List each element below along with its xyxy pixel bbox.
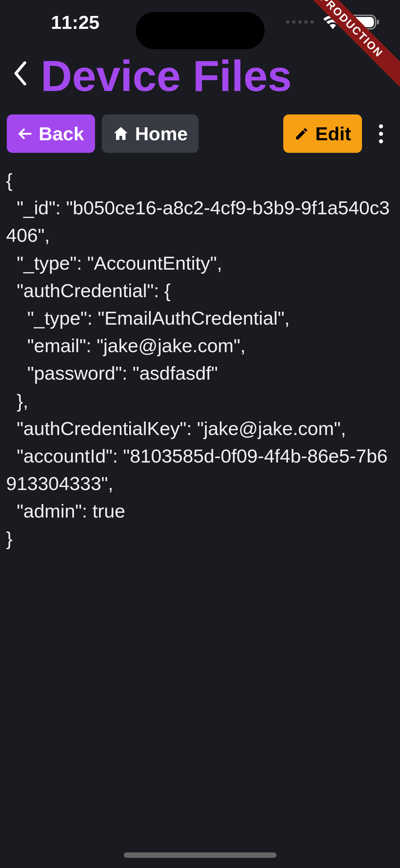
home-button-label: Home <box>135 123 188 145</box>
status-time: 11:25 <box>51 11 99 33</box>
dynamic-island <box>136 12 265 49</box>
home-icon <box>113 126 129 142</box>
edit-button[interactable]: Edit <box>283 114 362 153</box>
pencil-icon <box>294 126 309 141</box>
header: Device Files <box>0 44 400 108</box>
svg-rect-2 <box>377 20 379 24</box>
home-indicator[interactable] <box>124 852 277 858</box>
edit-button-label: Edit <box>315 123 351 145</box>
page-title: Device Files <box>41 51 292 101</box>
file-content: { "_id": "b050ce16-a8c2-4cf9-b3b9-9f1a54… <box>0 160 400 559</box>
more-options-button[interactable] <box>369 117 393 150</box>
back-button-label: Back <box>39 123 84 145</box>
more-vertical-icon <box>379 124 383 128</box>
cellular-dots <box>286 20 314 24</box>
back-chevron-icon[interactable] <box>14 61 27 91</box>
home-button[interactable]: Home <box>102 114 199 153</box>
toolbar: Back Home Edit <box>0 108 400 160</box>
back-button[interactable]: Back <box>7 114 95 153</box>
arrow-left-icon <box>18 126 33 141</box>
